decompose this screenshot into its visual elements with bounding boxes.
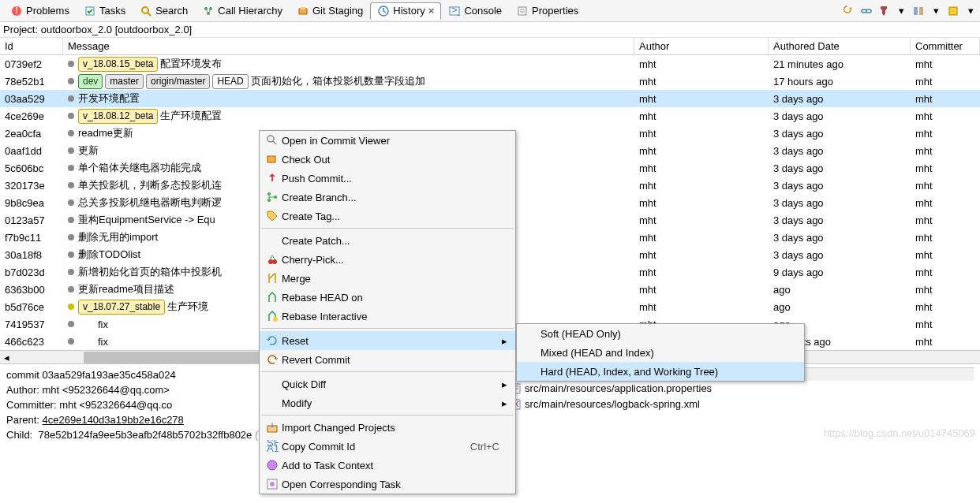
menu-quick-diff[interactable]: Quick Diff▸: [260, 374, 515, 393]
menu-import-changed-projects[interactable]: Import Changed Projects: [260, 418, 515, 437]
menu-create-patch[interactable]: Create Patch...: [260, 231, 515, 250]
graph-node-icon: [68, 130, 74, 136]
graph-node-icon: [68, 234, 74, 240]
submenu-hard[interactable]: Hard (HEAD, Index, and Working Tree): [517, 362, 804, 381]
tab-properties[interactable]: Properties: [509, 2, 585, 20]
commit-message: readme更新: [78, 126, 133, 140]
commit-id: 9b8c9ea: [5, 197, 44, 209]
parent-link[interactable]: 4ce269e140d3a19bb2e16c278: [43, 414, 184, 426]
commit-author: mht: [634, 283, 769, 296]
menu-separator: [261, 228, 514, 229]
menu-revert-commit[interactable]: Revert Commit: [260, 350, 515, 369]
menu-item-icon: [263, 421, 282, 434]
menu-item-icon: [263, 191, 282, 203]
commit-author: mht: [634, 266, 769, 279]
commit-committer: mht: [911, 231, 980, 244]
submenu-soft[interactable]: Soft (HEAD Only): [517, 324, 804, 343]
menu-rebase-interactive[interactable]: Rebase Interactive: [260, 307, 515, 326]
menu-reset[interactable]: Reset▸: [260, 331, 515, 350]
submenu-arrow-icon: ▸: [499, 397, 507, 409]
tab-console[interactable]: >_Console: [441, 2, 509, 20]
tab-call-hierarchy[interactable]: Call Hierarchy: [195, 2, 290, 20]
svg-rect-19: [919, 7, 923, 15]
menu-merge[interactable]: Merge: [260, 269, 515, 288]
menu-item-icon: [263, 134, 282, 147]
commit-author: mht: [634, 196, 769, 210]
commit-row[interactable]: 78e52b1dev master origin/master HEAD 页面初…: [0, 73, 980, 90]
menu-check-out[interactable]: Check Out: [260, 150, 515, 169]
commit-date: 3 days ago: [769, 231, 911, 244]
menu-cherry-pick[interactable]: Cherry-Pick...: [260, 250, 515, 269]
menu-create-branch[interactable]: Create Branch...: [260, 188, 515, 207]
commit-date: 3 days ago: [769, 110, 911, 123]
menu-open-corresponding-task[interactable]: Open Corresponding Task: [260, 475, 515, 494]
submenu-label: Soft (HEAD Only): [540, 328, 621, 340]
minimize-icon[interactable]: ▾: [964, 5, 977, 17]
menu-copy-commit-id[interactable]: SHA1Copy Commit IdCtrl+C: [260, 437, 515, 456]
commit-committer: mht: [911, 162, 980, 175]
commit-author: mht: [634, 179, 769, 192]
menu-separator: [261, 371, 514, 372]
menu-modify[interactable]: Modify▸: [260, 393, 515, 412]
settings-dropdown-icon[interactable]: ▾: [930, 5, 942, 17]
submenu-mixed[interactable]: Mixed (HEAD and Index): [517, 343, 804, 362]
svg-rect-9: [301, 7, 305, 9]
menu-item-label: Reset: [282, 335, 499, 347]
header-committer[interactable]: Committer: [911, 38, 980, 54]
commit-row[interactable]: 4ce269ev_18.08.12_beta 生产环境配置mht3 days a…: [0, 107, 980, 125]
pin-icon[interactable]: [877, 5, 890, 17]
menu-item-icon: [263, 478, 282, 490]
link-icon[interactable]: [860, 5, 873, 17]
commit-message: 删除无用的import: [78, 230, 158, 244]
svg-rect-18: [914, 7, 918, 15]
menu-create-tag[interactable]: Create Tag...: [260, 207, 515, 225]
compare-icon[interactable]: [912, 5, 925, 17]
menu-open-in-commit-viewer[interactable]: Open in Commit Viewer: [260, 131, 515, 150]
tab-tasks[interactable]: Tasks: [77, 2, 133, 20]
commit-date: 9 days ago: [769, 266, 911, 279]
header-message[interactable]: Message: [63, 38, 634, 54]
tab-history[interactable]: History ×: [370, 2, 441, 20]
svg-rect-17: [866, 9, 871, 13]
refresh-icon[interactable]: [843, 5, 855, 17]
view-menu-icon[interactable]: [947, 5, 959, 17]
changed-file[interactable]: src/main/resources/application.propertie…: [511, 381, 974, 397]
ref-tag: master: [105, 74, 144, 89]
commit-author: mht: [634, 92, 769, 106]
commit-message: 重构EquipmentService -> Equ: [78, 213, 215, 227]
filter-icon[interactable]: ▾: [895, 5, 907, 17]
menu-item-icon: [263, 210, 282, 222]
menu-item-label: Copy Commit Id: [282, 441, 470, 453]
header-date[interactable]: Authored Date: [769, 38, 911, 54]
tab-icon: [377, 5, 390, 17]
tab-label: History: [393, 5, 425, 17]
close-icon[interactable]: ×: [428, 5, 435, 17]
graph-node-icon: [68, 78, 74, 84]
commit-author: mht: [634, 58, 769, 71]
menu-shortcut: Ctrl+C: [470, 441, 499, 453]
changed-file[interactable]: xsrc/main/resources/logback-spring.xml: [511, 397, 974, 412]
tab-icon: [84, 5, 96, 17]
tab-search[interactable]: Search: [133, 2, 195, 20]
file-path: src/main/resources/logback-spring.xml: [525, 397, 700, 412]
menu-add-to-task-context[interactable]: Add to Task Context: [260, 456, 515, 475]
graph-node-icon: [68, 182, 74, 188]
commit-committer: mht: [911, 144, 980, 158]
commit-row[interactable]: 0739ef2v_18.08.15_beta 配置环境发布mht21 minut…: [0, 55, 980, 73]
submenu-arrow-icon: ▸: [499, 335, 507, 347]
menu-push-commit[interactable]: Push Commit...: [260, 169, 515, 188]
commit-committer: mht: [911, 214, 980, 227]
commit-committer: mht: [911, 110, 980, 123]
header-id[interactable]: Id: [0, 38, 63, 54]
tab-git-staging[interactable]: Git Staging: [290, 2, 370, 20]
header-author[interactable]: Author: [634, 38, 769, 54]
commit-committer: mht: [911, 335, 980, 348]
commit-date: 3 days ago: [769, 179, 911, 192]
svg-rect-20: [949, 7, 957, 15]
tab-icon: !: [10, 5, 23, 17]
menu-item-icon: [263, 353, 282, 366]
commit-committer: mht: [911, 266, 980, 279]
tab-problems[interactable]: !Problems: [3, 2, 77, 20]
commit-row[interactable]: 03aa529开发环境配置mht3 days agomht: [0, 90, 980, 107]
menu-rebase-head-on[interactable]: Rebase HEAD on: [260, 288, 515, 307]
